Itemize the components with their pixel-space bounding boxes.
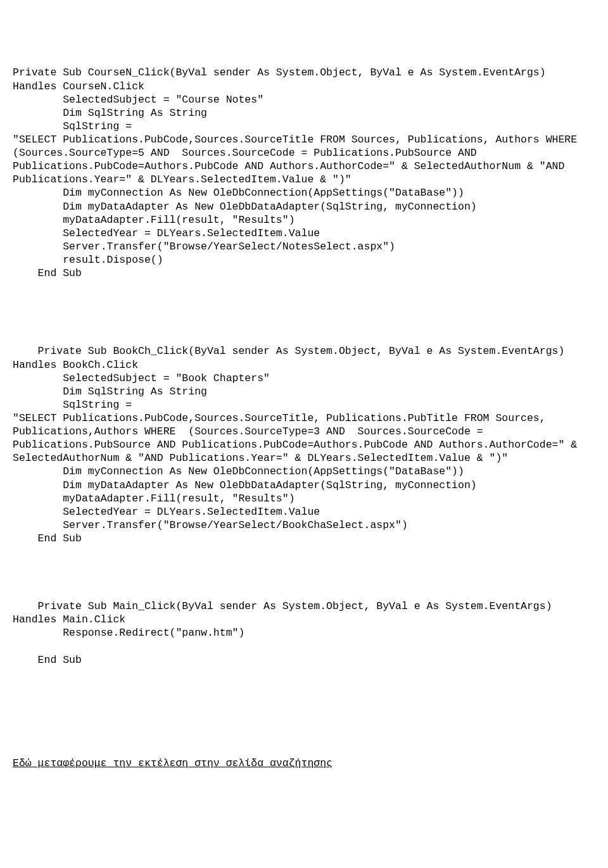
spacer (13, 680, 595, 743)
code-block-coursen: Private Sub CourseN_Click(ByVal sender A… (13, 66, 595, 280)
code-block-main: Private Sub Main_Click(ByVal sender As S… (13, 600, 595, 667)
footer-note: Εδώ μεταφέρουμε την εκτέλεση στην σελίδα… (13, 757, 595, 770)
code-block-bookch: Private Sub BookCh_Click(ByVal sender As… (13, 344, 595, 545)
spacer (13, 558, 595, 586)
spacer (13, 293, 595, 331)
